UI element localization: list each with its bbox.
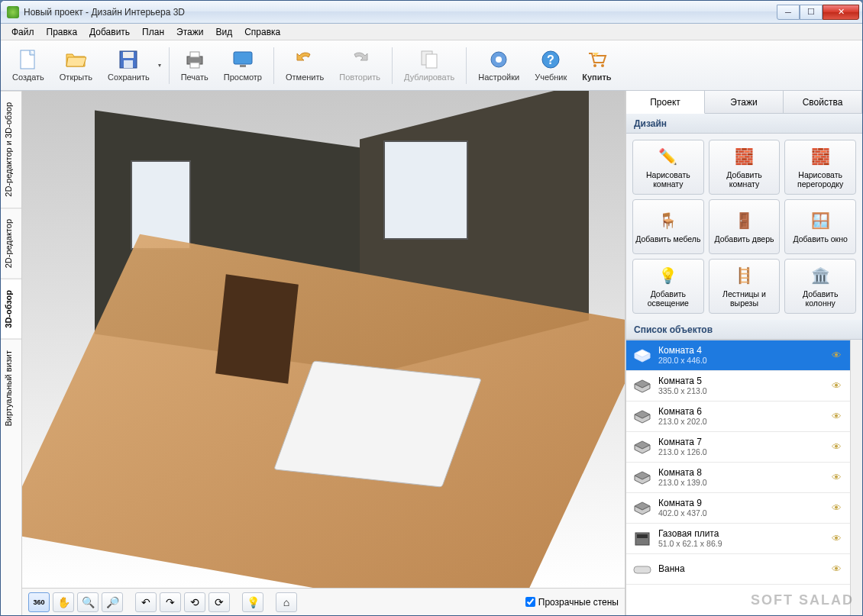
draw-room-button[interactable]: ✏️Нарисовать комнату bbox=[632, 140, 704, 195]
object-list[interactable]: Комната 4280.0 x 446.0👁Комната 5335.0 x … bbox=[626, 340, 850, 615]
transparent-walls-input[interactable] bbox=[525, 597, 535, 607]
add-column-button[interactable]: 🏛️Добавить колонну bbox=[784, 259, 856, 314]
list-item[interactable]: Ванна👁 bbox=[626, 554, 850, 585]
preview-button[interactable]: Просмотр bbox=[217, 45, 269, 85]
printer-icon bbox=[184, 49, 205, 70]
bulb-icon: 💡 bbox=[658, 265, 679, 286]
svg-point-16 bbox=[601, 64, 604, 67]
draw-partition-button[interactable]: 🧱Нарисовать перегородку bbox=[784, 140, 856, 195]
menu-help[interactable]: Справка bbox=[238, 25, 286, 39]
menu-add[interactable]: Добавить bbox=[83, 25, 136, 39]
zoom-out-button[interactable]: 🔍 bbox=[77, 592, 99, 612]
zoom-in-button[interactable]: 🔎 bbox=[102, 592, 123, 612]
object-name: Комната 9 bbox=[658, 498, 826, 509]
object-name: Комната 8 bbox=[658, 468, 826, 479]
duplicate-button[interactable]: Дублировать bbox=[397, 45, 461, 85]
room-icon bbox=[632, 561, 652, 578]
orbit-right-button[interactable]: ⟳ bbox=[208, 592, 230, 612]
pan-button[interactable]: ✋ bbox=[53, 592, 74, 612]
room-icon bbox=[632, 347, 652, 364]
transparent-walls-checkbox[interactable]: Прозрачные стены bbox=[525, 597, 619, 608]
list-item[interactable]: Комната 8213.0 x 139.0👁 bbox=[626, 463, 850, 493]
visibility-icon[interactable]: 👁 bbox=[832, 380, 844, 392]
svg-rect-19 bbox=[634, 566, 651, 573]
list-item[interactable]: Комната 5335.0 x 213.0👁 bbox=[626, 371, 850, 402]
menu-plan[interactable]: План bbox=[136, 25, 170, 39]
folder-open-icon bbox=[65, 49, 86, 70]
open-button[interactable]: Открыть bbox=[53, 45, 99, 85]
stairs-cutouts-button[interactable]: 🪜Лестницы и вырезы bbox=[709, 259, 781, 314]
menu-floors[interactable]: Этажи bbox=[170, 25, 209, 39]
menubar: Файл Правка Добавить План Этажи Вид Спра… bbox=[1, 24, 862, 40]
titlebar[interactable]: Новый проект - Дизайн Интерьера 3D ─ ☐ ✕ bbox=[1, 1, 862, 24]
svg-rect-10 bbox=[426, 54, 437, 68]
tutorial-button[interactable]: ?Учебник bbox=[528, 45, 574, 85]
list-item[interactable]: Комната 9402.0 x 437.0👁 bbox=[626, 493, 850, 524]
add-door-button[interactable]: 🚪Добавить дверь bbox=[709, 199, 781, 254]
menu-file[interactable]: Файл bbox=[5, 25, 40, 39]
visibility-icon[interactable]: 👁 bbox=[832, 533, 844, 544]
visibility-icon[interactable]: 👁 bbox=[832, 350, 844, 361]
light-toggle-button[interactable]: 💡 bbox=[242, 592, 263, 612]
minimize-button[interactable]: ─ bbox=[777, 5, 800, 20]
redo-button[interactable]: Повторить bbox=[332, 45, 387, 85]
add-window-button[interactable]: 🪟Добавить окно bbox=[784, 199, 856, 254]
separator bbox=[169, 47, 170, 84]
save-dropdown[interactable]: ▾ bbox=[158, 62, 164, 69]
object-dimensions: 51.0 x 62.1 x 86.9 bbox=[658, 539, 826, 548]
settings-button[interactable]: Настройки bbox=[471, 45, 526, 85]
tab-properties[interactable]: Свойства bbox=[784, 91, 862, 113]
design-section-header: Дизайн bbox=[626, 114, 862, 134]
rotate-ccw-button[interactable]: ↶ bbox=[135, 592, 157, 612]
rotate-cw-button[interactable]: ↷ bbox=[160, 592, 181, 612]
visibility-icon[interactable]: 👁 bbox=[832, 502, 844, 514]
add-furniture-button[interactable]: 🪑Добавить мебель bbox=[632, 199, 704, 254]
main-area: 2D-редактор и 3D-обзор 2D-редактор 3D-об… bbox=[1, 91, 862, 615]
orbit-left-button[interactable]: ⟲ bbox=[184, 592, 205, 612]
tab-virtual-visit[interactable]: Виртуальный визит bbox=[1, 339, 21, 437]
tab-floors[interactable]: Этажи bbox=[705, 91, 784, 113]
new-file-icon bbox=[18, 49, 39, 70]
3d-viewport[interactable] bbox=[22, 91, 625, 588]
visibility-icon[interactable]: 👁 bbox=[832, 411, 844, 422]
visibility-icon[interactable]: 👁 bbox=[832, 472, 844, 483]
close-button[interactable]: ✕ bbox=[823, 5, 859, 20]
svg-rect-3 bbox=[124, 60, 133, 68]
menu-edit[interactable]: Правка bbox=[40, 25, 84, 39]
object-dimensions: 213.0 x 139.0 bbox=[658, 478, 826, 487]
undo-button[interactable]: Отменить bbox=[279, 45, 331, 85]
object-list-scrollbar[interactable] bbox=[850, 340, 862, 615]
visibility-icon[interactable]: 👁 bbox=[832, 563, 844, 575]
app-window: Новый проект - Дизайн Интерьера 3D ─ ☐ ✕… bbox=[0, 0, 863, 616]
maximize-button[interactable]: ☐ bbox=[800, 5, 823, 20]
print-button[interactable]: Печать bbox=[174, 45, 215, 85]
buy-button[interactable]: Купить bbox=[575, 45, 618, 85]
list-item[interactable]: Комната 7213.0 x 126.0👁 bbox=[626, 432, 850, 463]
view-360-button[interactable]: 360 bbox=[28, 592, 50, 612]
home-view-button[interactable]: ⌂ bbox=[276, 592, 297, 612]
list-item[interactable]: Газовая плита51.0 x 62.1 x 86.9👁 bbox=[626, 524, 850, 554]
visibility-icon[interactable]: 👁 bbox=[832, 441, 844, 453]
view-tools: 360 ✋ 🔍 🔎 ↶ ↷ ⟲ ⟳ 💡 ⌂ Прозрачные стены bbox=[22, 588, 625, 615]
window-buttons: ─ ☐ ✕ bbox=[777, 5, 859, 20]
save-button[interactable]: Сохранить bbox=[101, 45, 157, 85]
tab-project[interactable]: Проект bbox=[626, 91, 705, 114]
tab-2d-editor[interactable]: 2D-редактор bbox=[1, 208, 21, 279]
cart-icon bbox=[586, 49, 607, 70]
toolbar: Создать Открыть Сохранить ▾ Печать Просм… bbox=[1, 40, 862, 91]
separator bbox=[392, 47, 393, 84]
create-button[interactable]: Создать bbox=[5, 45, 51, 85]
save-icon bbox=[118, 49, 139, 70]
object-name: Комната 6 bbox=[658, 407, 826, 418]
tab-3d-view[interactable]: 3D-обзор bbox=[1, 279, 21, 339]
tab-2d-3d-combo[interactable]: 2D-редактор и 3D-обзор bbox=[1, 91, 21, 208]
pencil-icon: ✏️ bbox=[658, 146, 679, 167]
menu-view[interactable]: Вид bbox=[209, 25, 238, 39]
add-lighting-button[interactable]: 💡Добавить освещение bbox=[632, 259, 704, 314]
right-panel: Проект Этажи Свойства Дизайн ✏️Нарисоват… bbox=[625, 91, 862, 615]
chair-icon: 🪑 bbox=[658, 210, 679, 231]
list-item[interactable]: Комната 6213.0 x 202.0👁 bbox=[626, 402, 850, 432]
list-item[interactable]: Комната 4280.0 x 446.0👁 bbox=[626, 340, 850, 371]
home-icon: ⌂ bbox=[283, 596, 289, 608]
add-room-button[interactable]: 🧱Добавить комнату bbox=[709, 140, 781, 195]
